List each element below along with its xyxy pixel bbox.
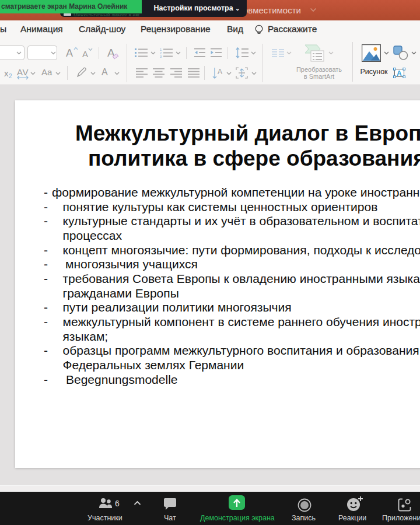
svg-text:A: A [218, 68, 222, 76]
svg-text:A: A [397, 69, 402, 78]
svg-text:3: 3 [160, 55, 162, 58]
